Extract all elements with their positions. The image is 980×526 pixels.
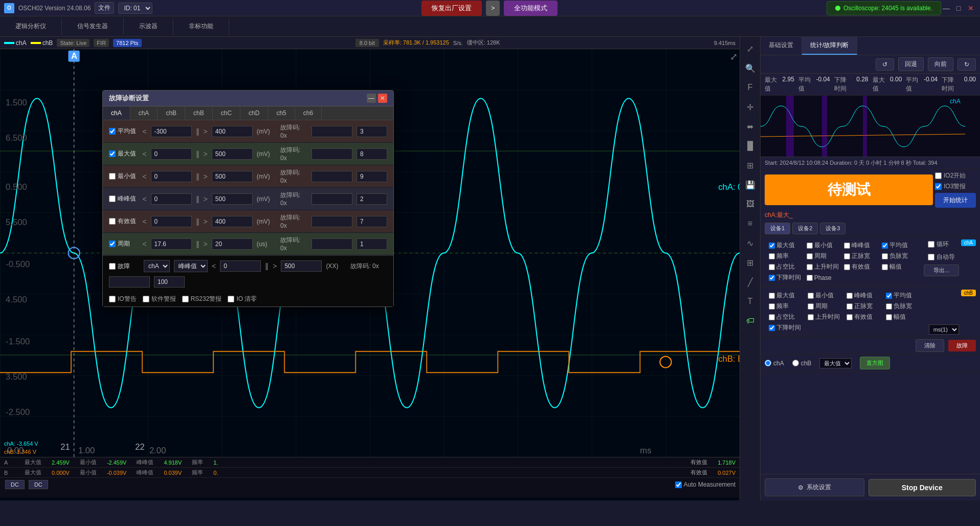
device-tab-1[interactable]: 设备1 <box>765 223 790 234</box>
back-label-button[interactable]: 回退 <box>898 57 924 71</box>
grid-icon[interactable]: ⊞ <box>743 158 758 173</box>
dialog-close-button[interactable]: ✕ <box>378 94 387 103</box>
cursor-icon[interactable]: ✛ <box>743 99 758 115</box>
dialog-tab-chb2[interactable]: chB <box>185 106 213 120</box>
dialog-period-code-input[interactable] <box>311 238 352 250</box>
dialog-fault-lt-input[interactable] <box>220 260 261 272</box>
expand-icon[interactable]: ⤢ <box>730 51 738 62</box>
forward-label-button[interactable]: 向前 <box>928 57 953 71</box>
dialog-min-lt-input[interactable] <box>151 171 192 182</box>
dialog-pp-lt-input[interactable] <box>151 193 192 205</box>
dialog-period-lt-input[interactable] <box>151 238 192 250</box>
dialog-tab-chb[interactable]: chB <box>158 106 185 120</box>
stop-device-button[interactable]: Stop Device <box>868 479 976 496</box>
arrow-button[interactable]: > <box>486 1 500 16</box>
tab-oscilloscope[interactable]: 示波器 <box>124 18 173 35</box>
io2-checkbox-input[interactable] <box>935 172 942 179</box>
back-button[interactable]: ↺ <box>876 58 894 71</box>
tab-logic-analyzer[interactable]: 逻辑分析仪 <box>0 18 62 35</box>
device-tab-2[interactable]: 设备2 <box>792 223 818 234</box>
close-button[interactable]: ✕ <box>966 3 976 13</box>
fault-button[interactable]: 故障 <box>948 340 976 352</box>
dialog-rms-code-input[interactable] <box>311 216 352 227</box>
forward-button[interactable]: ↻ <box>957 58 976 71</box>
table-icon[interactable]: ⊞ <box>743 255 758 270</box>
image-icon[interactable]: 🖼 <box>743 196 758 212</box>
dialog-cb-pp-input[interactable] <box>109 195 116 202</box>
dialog-fault-channel-select[interactable]: chAchB <box>144 260 170 272</box>
tab-signal-generator[interactable]: 信号发生器 <box>62 18 124 35</box>
gear-icon: ⚙ <box>798 484 804 491</box>
dialog-min-gt-input[interactable] <box>212 171 253 182</box>
dialog-rms-lt-input[interactable] <box>151 216 192 227</box>
file-button[interactable]: 文件 <box>95 2 114 14</box>
histogram-icon[interactable]: ▐▌ <box>743 138 758 154</box>
dialog-tab-cha2[interactable]: chA <box>130 106 158 120</box>
tab-basic-settings[interactable]: 基础设置 <box>761 37 802 55</box>
dialog-rms-gt-input[interactable] <box>212 216 253 227</box>
dialog-max-number-input[interactable] <box>357 148 387 160</box>
diagonal-icon[interactable]: ╱ <box>743 274 758 290</box>
dialog-minimize-button[interactable]: — <box>367 94 376 103</box>
dialog-cb-period-input[interactable] <box>109 240 116 247</box>
dialog-max-gt-input[interactable] <box>212 148 253 160</box>
dialog-fault-number-input[interactable] <box>154 276 185 288</box>
wave-icon[interactable]: ∿ <box>743 235 758 251</box>
dialog-cb-max-input[interactable] <box>109 150 116 157</box>
save-icon[interactable]: 💾 <box>743 177 758 192</box>
dialog-fault-code-input[interactable] <box>109 276 150 288</box>
io3-checkbox-input[interactable] <box>935 183 942 190</box>
maximize-button[interactable]: □ <box>953 3 964 13</box>
dc-btn-a[interactable]: DC <box>5 480 25 489</box>
dialog-fault-measure-select[interactable]: 峰峰值 <box>174 260 208 272</box>
dialog-avg-code-input[interactable] <box>311 126 352 137</box>
stat-val-3: 0.00 <box>890 76 902 93</box>
dialog-tab-chd[interactable]: chD <box>240 106 268 120</box>
dialog-period-gt-input[interactable] <box>212 238 253 250</box>
time-select[interactable]: ms(1) <box>929 324 959 335</box>
dialog-tab-chc[interactable]: chC <box>213 106 240 120</box>
dialog-tab-ch5[interactable]: ch5 <box>268 106 295 120</box>
dialog-fault-gt-input[interactable] <box>281 260 322 272</box>
dialog-max-lt-input[interactable] <box>151 148 192 160</box>
tab-non-standard[interactable]: 非标功能 <box>173 18 229 35</box>
dialog-cb-rms-input[interactable] <box>109 218 116 225</box>
layers-icon[interactable]: ≡ <box>743 216 758 231</box>
dialog-avg-lt-input[interactable] <box>151 126 192 137</box>
dc-btn-b[interactable]: DC <box>29 480 48 489</box>
dialog-pp-code-input[interactable] <box>311 193 352 205</box>
dialog-min-number-input[interactable] <box>357 171 387 182</box>
minimize-button[interactable]: — <box>941 3 951 13</box>
system-settings-button[interactable]: ⚙ 系统设置 <box>765 478 864 496</box>
measure-type-select[interactable]: 最大值 <box>819 358 852 368</box>
dialog-max-code-input[interactable] <box>311 148 352 160</box>
full-mode-button[interactable]: 全功能模式 <box>504 1 558 16</box>
nav-tabs: 逻辑分析仪 信号发生器 示波器 非标功能 <box>0 16 980 37</box>
tag-icon[interactable]: 🏷 <box>743 313 758 328</box>
dialog-avg-number-input[interactable] <box>357 126 387 137</box>
histogram-button[interactable]: 直方图 <box>860 357 890 369</box>
dialog-tab-cha[interactable]: chA <box>103 106 130 120</box>
dialog-cb-fault-input[interactable] <box>109 263 116 270</box>
dialog-period-number-input[interactable] <box>357 238 387 250</box>
dialog-tab-ch6[interactable]: ch6 <box>295 106 322 120</box>
dialog-cb-min-input[interactable] <box>109 173 116 180</box>
expand-sidebar-icon[interactable]: ⤢ <box>743 41 758 56</box>
zoom-in-icon[interactable]: 🔍 <box>743 60 758 76</box>
dialog-pp-number-input[interactable] <box>357 193 387 205</box>
waveform-canvas: 1.500 6.500 0.500 5.500 -0.500 4.500 -1.… <box>0 49 740 457</box>
export-button[interactable]: 导出... <box>924 265 959 276</box>
factory-reset-button[interactable]: 恢复出厂设置 <box>421 1 482 16</box>
dialog-avg-gt-input[interactable] <box>212 126 253 137</box>
start-stats-button[interactable]: 开始统计 <box>935 193 976 208</box>
clear-button[interactable]: 清除 <box>916 339 944 352</box>
dialog-cb-avg-input[interactable] <box>109 128 116 135</box>
tab-stats-fault[interactable]: 统计/故障判断 <box>802 37 857 55</box>
measure-icon[interactable]: ⬌ <box>743 119 758 134</box>
id-select[interactable]: ID: 01 <box>118 3 152 14</box>
device-tab-3[interactable]: 设备3 <box>820 223 845 234</box>
dialog-pp-gt-input[interactable] <box>212 193 253 205</box>
dialog-rms-number-input[interactable] <box>357 216 387 227</box>
dialog-min-code-input[interactable] <box>311 171 352 182</box>
auto-meas-checkbox[interactable] <box>675 481 682 488</box>
